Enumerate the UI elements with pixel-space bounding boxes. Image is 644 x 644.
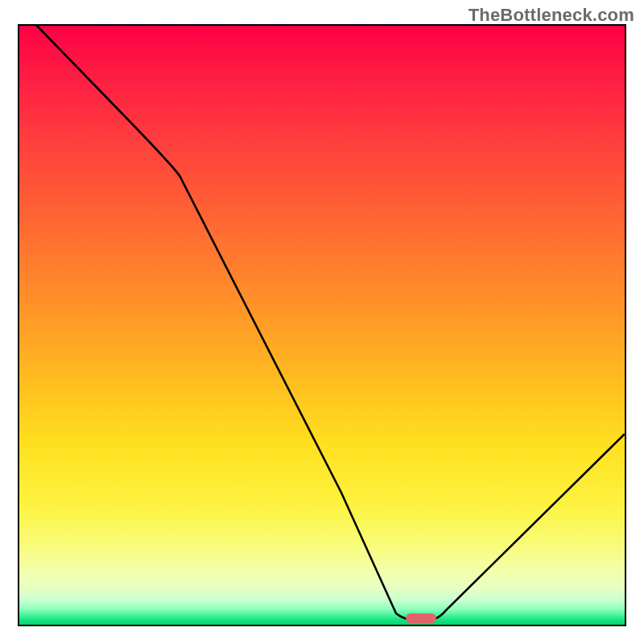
bottleneck-curve (19, 26, 625, 625)
curve-path (37, 26, 624, 620)
plot-frame (18, 24, 626, 626)
watermark-text: TheBottleneck.com (469, 5, 634, 26)
chart-container: TheBottleneck.com (0, 0, 644, 644)
optimum-marker (406, 613, 436, 623)
